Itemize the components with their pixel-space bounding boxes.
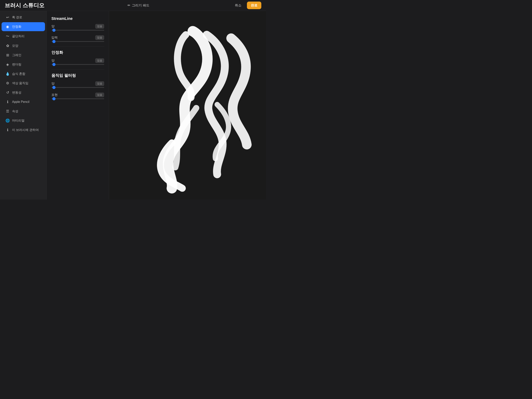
motion-filter-expression-badge: 없음: [95, 93, 104, 97]
sidebar-item-label: 렌더링: [12, 63, 21, 67]
sidebar-item-label: 그레인: [12, 53, 21, 57]
sidebar-item-label: 변동성: [12, 90, 21, 95]
wet-mix-icon: 💧: [6, 72, 10, 76]
shape-icon: ✿: [6, 44, 10, 48]
sidebar-item-shape[interactable]: ✿ 모양: [1, 41, 45, 50]
sidebar-item-label: 속성: [12, 109, 18, 113]
page-title: 브러시 스튜디오: [5, 2, 44, 9]
tapering-icon: 〜: [6, 34, 10, 39]
streamline-amount-label: 양: [51, 24, 55, 28]
sidebar-item-variation[interactable]: ↺ 변동성: [1, 88, 45, 97]
motion-filter-amount-slider[interactable]: [51, 87, 104, 88]
grain-icon: ⊞: [6, 53, 10, 57]
stabilization-amount-label: 양: [51, 59, 55, 63]
motion-filter-expression-fill: [51, 98, 104, 99]
motion-filter-expression-slider[interactable]: [51, 98, 104, 99]
header-actions: 취소 완료: [233, 1, 261, 9]
sidebar-item-material[interactable]: 🌐 머티리얼: [1, 116, 45, 125]
sidebar: ↩ 획 경로 ◉ 안정화 〜 끝단처리 ✿ 모양 ⊞ 그레인 ◈ 렌더링 💧 습…: [0, 11, 47, 200]
streamline-section-title: StreamLine: [51, 16, 104, 21]
main-layout: ↩ 획 경로 ◉ 안정화 〜 끝단처리 ✿ 모양 ⊞ 그레인 ◈ 렌더링 💧 습…: [0, 11, 266, 200]
motion-filter-expression-label: 표현: [51, 93, 58, 97]
stabilization-amount-fill: [51, 64, 104, 65]
sidebar-item-wet-mix[interactable]: 💧 습식 혼합: [1, 69, 45, 78]
sidebar-item-grain[interactable]: ⊞ 그레인: [1, 51, 45, 60]
sidebar-item-stabilization[interactable]: ◉ 안정화: [1, 22, 45, 31]
sidebar-item-rendering[interactable]: ◈ 렌더링: [1, 60, 45, 69]
drawing-pad-icon: ✏: [127, 3, 130, 7]
streamline-amount-row: 양 없음: [51, 24, 104, 29]
sidebar-item-label: 모양: [12, 44, 18, 48]
motion-filter-amount-group: 양 없음: [51, 81, 104, 88]
motion-filter-amount-thumb[interactable]: [52, 86, 56, 89]
about-icon: ℹ: [6, 128, 10, 132]
motion-filter-amount-badge: 없음: [95, 81, 104, 86]
color-dynamics-icon: ⚙: [6, 81, 10, 85]
sidebar-item-properties[interactable]: ☰ 속성: [1, 107, 45, 116]
canvas-area[interactable]: [109, 11, 266, 200]
streamline-pressure-thumb[interactable]: [52, 40, 56, 43]
sidebar-item-label: 끝단처리: [12, 34, 25, 38]
motion-filter-amount-label: 양: [51, 82, 55, 86]
material-icon: 🌐: [6, 118, 10, 123]
streamline-pressure-fill: [51, 41, 104, 42]
streamline-amount-badge: 없음: [95, 24, 104, 29]
properties-icon: ☰: [6, 109, 10, 113]
sidebar-item-label: Apple Pencil: [12, 100, 29, 104]
stabilization-icon: ◉: [6, 25, 10, 29]
streamline-pressure-label: 압력: [51, 36, 58, 40]
streamline-pressure-slider[interactable]: [51, 41, 104, 42]
sidebar-item-color-dynamics[interactable]: ⚙ 색상 움직임: [1, 79, 45, 88]
sidebar-item-tapering[interactable]: 〜 끝단처리: [1, 32, 45, 41]
sidebar-item-stroke-path[interactable]: ↩ 획 경로: [1, 13, 45, 22]
sidebar-item-apple-pencil[interactable]: ℹ Apple Pencil: [1, 97, 45, 106]
cancel-button[interactable]: 취소: [233, 2, 244, 9]
motion-filter-expression-row: 표현 없음: [51, 93, 104, 97]
middle-panel: StreamLine 양 없음 압력 없음 안정화: [47, 11, 109, 200]
done-button[interactable]: 완료: [247, 1, 261, 9]
sidebar-item-label: 색상 움직임: [12, 81, 28, 85]
streamline-pressure-row: 압력 없음: [51, 35, 104, 40]
stabilization-amount-thumb[interactable]: [52, 63, 56, 66]
streamline-amount-thumb[interactable]: [52, 29, 56, 32]
section-divider-2: [51, 70, 104, 70]
apple-pencil-icon: ℹ: [6, 100, 10, 104]
streamline-amount-fill: [51, 30, 104, 31]
variation-icon: ↺: [6, 90, 10, 95]
sidebar-item-about[interactable]: ℹ 이 브러시에 관하여: [1, 125, 45, 135]
streamline-pressure-group: 압력 없음: [51, 35, 104, 42]
motion-filter-amount-fill: [51, 87, 104, 88]
stabilization-amount-row: 양 없음: [51, 58, 104, 63]
motion-filter-expression-thumb[interactable]: [52, 97, 56, 100]
stabilization-amount-badge: 없음: [95, 58, 104, 63]
drawing-pad-button[interactable]: ✏ 그리기 패드: [127, 3, 149, 8]
motion-filter-amount-row: 양 없음: [51, 81, 104, 86]
stabilization-amount-group: 양 없음: [51, 58, 104, 65]
motion-filter-section-title: 움직임 필터링: [51, 73, 104, 78]
section-divider-1: [51, 46, 104, 47]
streamline-pressure-badge: 없음: [95, 35, 104, 40]
streamline-amount-slider[interactable]: [51, 30, 104, 31]
stroke-path-icon: ↩: [6, 15, 10, 19]
streamline-amount-group: 양 없음: [51, 24, 104, 31]
sidebar-item-label: 머티리얼: [12, 119, 25, 123]
sidebar-item-label: 안정화: [12, 25, 21, 29]
sidebar-item-label: 획 경로: [12, 15, 22, 19]
rendering-icon: ◈: [6, 62, 10, 67]
stabilization-section-title: 안정화: [51, 50, 104, 55]
stabilization-amount-slider[interactable]: [51, 64, 104, 65]
motion-filter-expression-group: 표현 없음: [51, 93, 104, 99]
brush-preview-svg: [109, 11, 266, 200]
sidebar-item-label: 이 브러시에 관하여: [12, 128, 39, 132]
sidebar-item-label: 습식 혼합: [12, 72, 25, 76]
header: 브러시 스튜디오 ✏ 그리기 패드 취소 완료: [0, 0, 266, 11]
